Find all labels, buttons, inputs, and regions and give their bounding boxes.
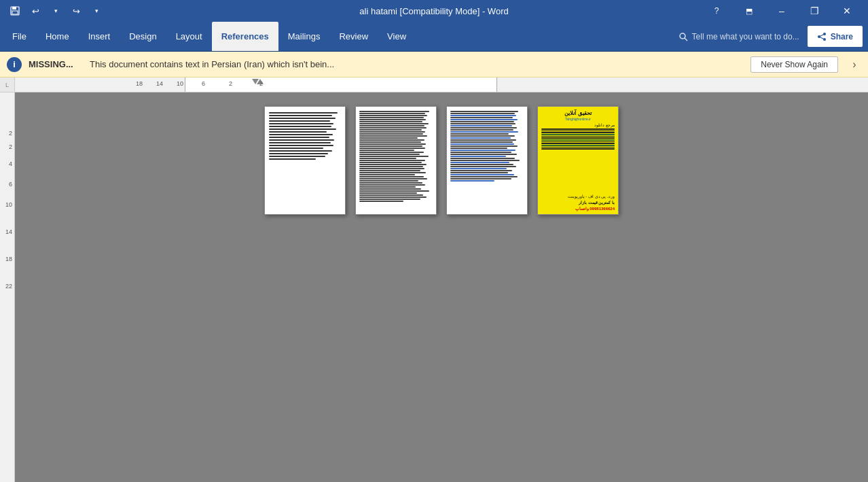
svg-rect-2 xyxy=(12,11,18,14)
info-message: This document contains text in Persian (… xyxy=(90,59,744,69)
vruler-2b: 2 xyxy=(9,143,12,150)
title-bar: ↩ ▾ ↪ ▾ ali hatami [Compatibility Mode] … xyxy=(0,0,868,22)
svg-line-8 xyxy=(819,34,825,37)
ribbon-search: Tell me what you want to do... xyxy=(679,22,805,51)
page-1 xyxy=(264,106,346,215)
svg-rect-1 xyxy=(12,7,16,10)
ribbon-toggle[interactable]: ⬒ xyxy=(734,0,765,22)
vruler-18: 18 xyxy=(5,256,12,262)
page2-content xyxy=(356,107,436,207)
quick-access-toolbar: ↩ ▾ ↪ ▾ xyxy=(5,1,106,20)
tab-home[interactable]: Home xyxy=(36,22,79,51)
ad-title: تحقیق آنلاین xyxy=(541,110,615,117)
ruler-mark-10: 10 xyxy=(177,80,183,87)
ad-content: تحقیق آنلاین Tahghighonline.ir مرجع دانل… xyxy=(538,107,618,214)
vruler-4: 4 xyxy=(9,160,12,167)
minimize-button[interactable]: – xyxy=(766,0,797,22)
tab-view[interactable]: View xyxy=(378,22,416,51)
ad-lines xyxy=(541,128,615,194)
ribbon: File Home Insert Design Layout Reference… xyxy=(0,22,868,52)
page-4: تحقیق آنلاین Tahghighonline.ir مرجع دانل… xyxy=(537,106,619,215)
pages-container: تحقیق آنلاین Tahghighonline.ir مرجع دانل… xyxy=(264,106,619,215)
search-hint[interactable]: Tell me what you want to do... xyxy=(692,32,799,41)
vruler-22: 22 xyxy=(5,283,12,290)
vruler-10: 10 xyxy=(5,201,12,208)
share-icon xyxy=(817,32,827,41)
horizontal-ruler: 18 14 10 6 2 2 xyxy=(15,78,868,92)
ad-line1: ورد، پی دی اف - پاورپوینت xyxy=(541,194,615,199)
save-button[interactable] xyxy=(5,1,24,20)
svg-line-9 xyxy=(819,37,825,39)
info-bar: i MISSING... This document contains text… xyxy=(0,52,868,78)
search-icon xyxy=(679,32,688,41)
help-button[interactable]: ? xyxy=(701,0,732,22)
ad-url: Tahghighonline.ir xyxy=(541,117,615,121)
page3-content xyxy=(447,107,527,186)
svg-point-3 xyxy=(680,33,685,39)
never-show-again-button[interactable]: Never Show Again xyxy=(751,56,838,73)
ruler-mark-6: 6 xyxy=(202,80,205,87)
document-canvas: تحقیق آنلاین Tahghighonline.ir مرجع دانل… xyxy=(15,92,868,482)
vruler-14: 14 xyxy=(5,228,12,235)
page-3 xyxy=(446,106,528,215)
page1-content xyxy=(265,107,345,167)
ad-subtitle: مرجع دانلود xyxy=(541,122,615,127)
info-expand-arrow[interactable]: › xyxy=(848,58,861,71)
ruler-mark-14: 14 xyxy=(156,80,163,87)
tab-layout[interactable]: Layout xyxy=(166,22,212,51)
tab-references[interactable]: References xyxy=(212,22,278,51)
ruler-mark-2b: 2 xyxy=(259,80,263,87)
undo-button[interactable]: ↩ xyxy=(26,1,45,20)
restore-button[interactable]: ❐ xyxy=(799,0,830,22)
svg-line-4 xyxy=(685,38,687,41)
ruler-mark-18: 18 xyxy=(136,80,143,87)
tab-insert[interactable]: Insert xyxy=(79,22,120,51)
page-2 xyxy=(355,106,437,215)
vertical-ruler: 2 2 4 6 10 14 18 22 xyxy=(0,92,15,482)
ruler-corner[interactable]: L xyxy=(0,78,15,92)
info-icon: i xyxy=(7,57,22,72)
customize-dropdown[interactable]: ▾ xyxy=(87,1,106,20)
window-controls: ? ⬒ – ❐ ✕ xyxy=(701,0,863,22)
vruler-6: 6 xyxy=(9,181,12,188)
tab-review[interactable]: Review xyxy=(329,22,378,51)
info-missing-label: MISSING... xyxy=(29,59,83,69)
tab-design[interactable]: Design xyxy=(120,22,166,51)
redo-button[interactable]: ↪ xyxy=(67,1,86,20)
tab-mailings[interactable]: Mailings xyxy=(278,22,330,51)
ad-line2: با کمترین قیمت بازار xyxy=(541,200,615,205)
undo-dropdown[interactable]: ▾ xyxy=(46,1,65,20)
tab-file[interactable]: File xyxy=(3,22,36,51)
ruler-mark-2: 2 xyxy=(229,80,232,87)
close-button[interactable]: ✕ xyxy=(831,0,863,22)
ad-phone: 09981366624 واتساپ xyxy=(541,206,615,211)
window-title: ali hatami [Compatibility Mode] - Word xyxy=(359,6,508,16)
share-button[interactable]: Share xyxy=(808,26,863,47)
vruler-2: 2 xyxy=(9,130,12,137)
